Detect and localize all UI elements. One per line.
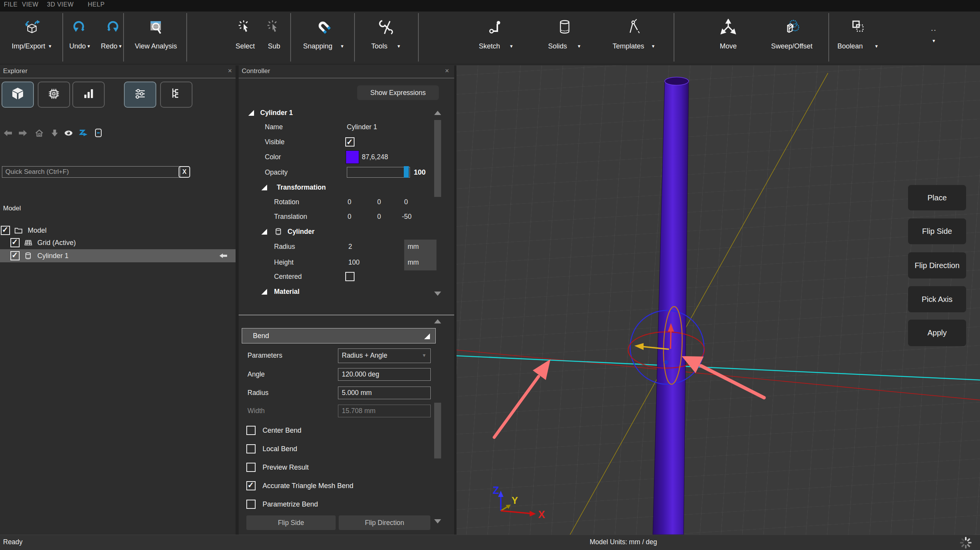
collapse-panel-icon[interactable]	[93, 128, 105, 138]
center-bend-checkbox[interactable]	[246, 426, 256, 435]
visible-checkbox[interactable]	[345, 137, 355, 147]
quick-search-input[interactable]	[2, 166, 181, 178]
tools-caret[interactable]: ▼	[397, 44, 401, 48]
accurate-mesh-row[interactable]: Accurate Triangle Mesh Bend	[246, 481, 353, 490]
gizmo-blue-handle[interactable]	[664, 360, 669, 365]
view-analysis-button[interactable]: View Analysis	[127, 12, 185, 62]
centered-checkbox[interactable]	[345, 272, 355, 281]
scrollbar-thumb[interactable]	[434, 403, 441, 458]
solids-caret[interactable]: ▼	[577, 44, 581, 48]
imp-export-caret[interactable]: ▼	[48, 44, 52, 48]
local-bend-row[interactable]: Local Bend	[246, 444, 297, 453]
cylinder-1-solid[interactable]	[653, 77, 689, 535]
rotation-x[interactable]: 0	[348, 197, 351, 207]
panel-splitter[interactable]	[236, 65, 239, 535]
apply-button[interactable]: Apply	[908, 320, 966, 346]
cylinder-visibility-checkbox[interactable]	[10, 251, 20, 260]
bend-section-header[interactable]: Bend	[242, 328, 436, 343]
flip-side-button[interactable]: Flip Side	[246, 515, 336, 530]
boolean-caret[interactable]: ▼	[875, 44, 879, 48]
dropdown-caret-icon[interactable]: ▼	[422, 349, 426, 362]
name-value[interactable]: Cylinder 1	[347, 122, 377, 132]
explorer-close-icon[interactable]: ×	[228, 67, 232, 75]
model-visibility-checkbox[interactable]	[1, 226, 10, 235]
preview-result-checkbox[interactable]	[246, 463, 256, 472]
tab-analysis[interactable]	[72, 82, 105, 108]
undo-button[interactable]: Undo▼	[65, 12, 95, 62]
sketch-button[interactable]: Sketch▼	[467, 12, 525, 62]
radius-value[interactable]: 2	[348, 241, 352, 252]
snapping-caret[interactable]: ▼	[340, 44, 345, 48]
viewport-3d[interactable]: Z Y X Place Flip Side Flip Direction Pic…	[457, 65, 980, 535]
opacity-slider-thumb[interactable]	[404, 166, 409, 178]
expand-triangle-icon[interactable]	[248, 110, 254, 116]
imp-export-button[interactable]: Imp/Export▼	[3, 12, 61, 62]
solids-button[interactable]: Solids▼	[536, 12, 594, 62]
parametrize-bend-row[interactable]: Parametrize Bend	[246, 500, 318, 509]
tree-row-grid[interactable]: Grid (Active)	[0, 237, 236, 248]
expand-triangle-icon[interactable]	[261, 229, 267, 235]
forward-icon[interactable]	[17, 128, 28, 138]
more-caret[interactable]: ▼	[932, 38, 936, 43]
flip-side-overlay-button[interactable]: Flip Side	[908, 218, 966, 244]
translation-z[interactable]: -50	[402, 211, 411, 222]
height-value[interactable]: 100	[348, 257, 360, 268]
flip-direction-overlay-button[interactable]: Flip Direction	[908, 252, 966, 278]
tab-model-3d[interactable]	[2, 82, 34, 108]
grid-visibility-checkbox[interactable]	[10, 238, 20, 247]
templates-caret[interactable]: ▼	[651, 44, 656, 48]
scrollbar-thumb[interactable]	[434, 120, 441, 197]
menu-view[interactable]: VIEW	[22, 1, 38, 8]
move-button[interactable]: Move	[706, 12, 751, 62]
redo-button[interactable]: Redo▼	[97, 12, 126, 62]
bend-radius-input[interactable]	[338, 387, 431, 399]
rotation-y[interactable]: 0	[377, 197, 381, 207]
preview-result-row[interactable]: Preview Result	[246, 463, 309, 472]
angle-input[interactable]	[338, 368, 431, 381]
rotation-z[interactable]: 0	[404, 197, 408, 207]
undo-caret[interactable]: ▼	[87, 44, 91, 48]
accurate-mesh-checkbox[interactable]	[246, 481, 256, 490]
select-button[interactable]: Select	[230, 12, 260, 62]
expand-triangle-icon[interactable]	[261, 185, 267, 190]
tools-button[interactable]: Tools▼	[358, 12, 414, 62]
scroll-down-icon[interactable]	[434, 292, 441, 296]
gizmo-red-arrow[interactable]	[671, 331, 671, 349]
menu-help[interactable]: HELP	[88, 1, 105, 8]
tab-hierarchy[interactable]	[160, 82, 192, 108]
tab-electronics[interactable]	[38, 82, 70, 108]
place-button[interactable]: Place	[908, 185, 966, 210]
show-expressions-button[interactable]: Show Expressions	[357, 85, 439, 100]
down-arrow-icon[interactable]	[49, 128, 61, 138]
boolean-button[interactable]: Boolean▼	[833, 12, 883, 62]
opacity-slider[interactable]	[347, 167, 410, 178]
tab-properties[interactable]	[124, 82, 156, 108]
scroll-up-icon[interactable]	[434, 111, 441, 115]
translation-x[interactable]: 0	[348, 211, 351, 222]
sweep-offset-button[interactable]: Sweep/Offset	[758, 12, 826, 62]
parametrize-bend-checkbox[interactable]	[246, 500, 256, 509]
gizmo-yellow-arrowhead[interactable]	[634, 343, 644, 350]
translation-y[interactable]: 0	[377, 211, 381, 222]
center-bend-row[interactable]: Center Bend	[246, 426, 301, 435]
snapping-button[interactable]: Snapping▼	[296, 12, 352, 62]
expand-triangle-icon[interactable]	[261, 289, 267, 295]
redo-caret[interactable]: ▼	[118, 44, 122, 48]
home-icon[interactable]	[34, 128, 45, 138]
color-swatch[interactable]	[346, 150, 359, 164]
templates-button[interactable]: Templates▼	[601, 12, 667, 62]
search-clear-button[interactable]: X	[179, 166, 190, 178]
visibility-eye-icon[interactable]	[63, 128, 75, 138]
scroll-down-icon[interactable]	[434, 519, 441, 523]
zoom-to-icon[interactable]	[78, 128, 89, 138]
local-bend-checkbox[interactable]	[246, 444, 256, 453]
menu-3d-view[interactable]: 3D VIEW	[47, 1, 74, 8]
collapse-triangle-icon[interactable]	[424, 333, 430, 339]
tree-row-cylinder-1[interactable]: Cylinder 1	[0, 249, 236, 262]
menu-file[interactable]: FILE	[4, 1, 18, 8]
sub-select-button[interactable]: Sub	[262, 12, 286, 62]
tree-row-model[interactable]: Model	[0, 225, 236, 236]
sketch-caret[interactable]: ▼	[509, 44, 513, 48]
controller-close-icon[interactable]: ×	[445, 67, 449, 75]
parameters-dropdown[interactable]: Radius + Angle ▼	[338, 348, 431, 363]
